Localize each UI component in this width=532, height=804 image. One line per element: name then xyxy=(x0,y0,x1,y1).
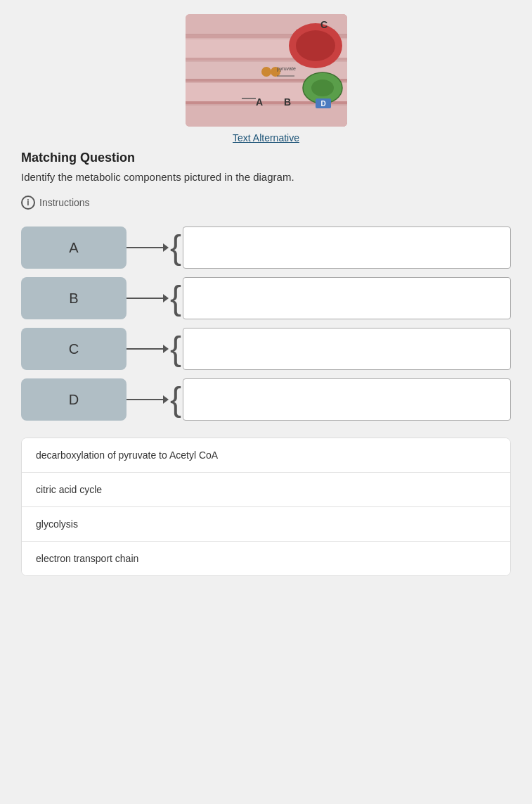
text-alternative-link[interactable]: Text Alternative xyxy=(233,132,299,143)
list-item[interactable]: glycolysis xyxy=(22,507,510,542)
brace-b: { xyxy=(170,281,181,315)
answers-section: decarboxylation of pyruvate to Acetyl Co… xyxy=(21,438,511,576)
svg-text:B: B xyxy=(284,96,291,108)
connector-d xyxy=(126,395,169,404)
page-container: C D A B pyruvate Text Alte xyxy=(0,0,532,804)
list-item[interactable]: electron transport chain xyxy=(22,542,510,575)
svg-text:C: C xyxy=(320,19,327,30)
brace-c: { xyxy=(170,332,181,366)
drop-area-a[interactable] xyxy=(183,226,511,269)
question-title: Matching Question xyxy=(21,151,511,165)
table-row: B { xyxy=(21,277,511,319)
instructions-label: Instructions xyxy=(39,197,90,208)
matching-pairs: A { B { xyxy=(21,226,511,421)
pair-label-b: B xyxy=(21,277,126,319)
connector-c xyxy=(126,345,169,353)
brace-a: { xyxy=(170,231,181,264)
pair-label-a: A xyxy=(21,226,126,269)
table-row: D { xyxy=(21,378,511,421)
list-item[interactable]: citric acid cycle xyxy=(22,473,510,507)
list-item[interactable]: decarboxylation of pyruvate to Acetyl Co… xyxy=(22,438,510,473)
diagram-image: C D A B pyruvate xyxy=(186,14,347,127)
drop-area-d[interactable] xyxy=(183,378,511,421)
svg-text:D: D xyxy=(320,100,325,108)
question-body: Identify the metabolic components pictur… xyxy=(21,171,511,183)
pair-label-c: C xyxy=(21,328,126,370)
svg-text:pyruvate: pyruvate xyxy=(277,66,296,72)
connector-b xyxy=(126,294,169,302)
info-icon: i xyxy=(21,196,35,210)
connector-a xyxy=(126,243,169,252)
table-row: C { xyxy=(21,328,511,370)
diagram-section: C D A B pyruvate Text Alte xyxy=(21,14,511,143)
drop-area-b[interactable] xyxy=(183,277,511,319)
drop-area-c[interactable] xyxy=(183,328,511,370)
brace-d: { xyxy=(170,383,181,416)
svg-point-17 xyxy=(261,67,271,77)
table-row: A { xyxy=(21,226,511,269)
instructions-row[interactable]: i Instructions xyxy=(21,196,511,210)
svg-point-11 xyxy=(296,30,335,61)
svg-point-14 xyxy=(311,79,334,96)
pair-label-d: D xyxy=(21,378,126,421)
svg-text:A: A xyxy=(256,96,263,108)
